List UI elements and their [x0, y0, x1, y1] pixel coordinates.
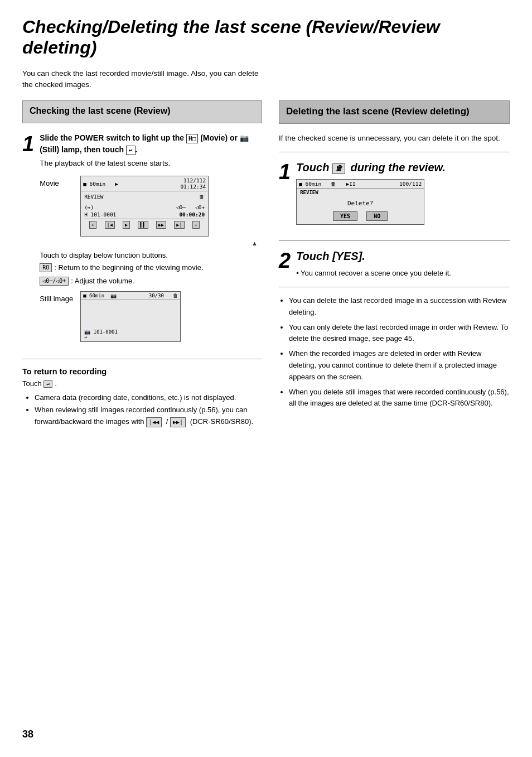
return-btn-inline: ↩ [43, 380, 52, 388]
step2-right-number: 2 [279, 249, 291, 271]
divider-right-2 [279, 240, 510, 241]
still-fileid: 📷 101-0001 [84, 329, 177, 335]
checking-section-box: Checking the last scene (Review) [22, 100, 262, 123]
movie-screen: ■ 60min ▶ 112/11201:12:34 REVIEW 🗑 (↔) ◁… [80, 176, 209, 237]
cam-btn-plus: + [192, 221, 200, 229]
cam-btn-fwd: ▶▶ [156, 221, 166, 229]
review-btns: YES NO [302, 211, 418, 221]
right-bullet-3: When the recorded images are deleted in … [289, 348, 510, 383]
step2-right-content: Touch [YES]. • You cannot recover a scen… [296, 249, 510, 279]
still-label: Still image [40, 291, 76, 303]
func1-text: : Return to the beginning of the viewing… [54, 263, 203, 273]
step2-right-title: Touch [YES]. [296, 249, 510, 263]
cam-btn-rew: |◀ [105, 221, 115, 229]
step1-right-content: Touch 🗑 during the review. ■ 60min 🗑 ▶II… [296, 160, 510, 233]
right-column: Deleting the last scene (Review deleting… [279, 100, 510, 413]
cam-movie-header-right: 112/11201:12:34 [180, 177, 206, 190]
deleting-section-title: Deleting the last scene (Review deleting… [286, 105, 502, 118]
cam-movie-header: ■ 60min ▶ 112/11201:12:34 [81, 176, 208, 191]
return-section-heading: To return to recording [22, 367, 262, 376]
step1-right: 1 Touch 🗑 during the review. ■ 60min 🗑 ▶… [279, 160, 510, 233]
still-header-left: ■ 60min 📷 [83, 293, 117, 298]
cam-btn-return: ↩ [89, 221, 96, 229]
cam-movie-fileid-label: H 101-0001 [84, 211, 116, 218]
review-body: Delete? YES NO [297, 196, 424, 224]
ro-btn: RO [40, 263, 52, 272]
page-title: Checking/Deleting the last scene (Review… [22, 17, 510, 58]
right-bullet-4: When you delete still images that were r… [289, 387, 510, 410]
intro-text: You can check the last recorded movie/st… [22, 68, 262, 91]
step1-left-number: 1 [22, 132, 34, 155]
still-screen: ■ 60min 📷 30/30 🗑 📷 101-0001 ↩ [80, 291, 181, 342]
divider-right-3 [279, 287, 510, 287]
func2-text: : Adjust the volume. [71, 276, 134, 286]
no-btn[interactable]: NO [366, 211, 388, 221]
yes-btn[interactable]: YES [333, 211, 357, 221]
movie-screen-container: Movie ■ 60min ▶ 112/11201:12:34 REVIEW 🗑 [40, 176, 262, 237]
step1-right-title: Touch 🗑 during the review. [296, 160, 510, 175]
divider-return [22, 359, 262, 359]
still-header: ■ 60min 📷 30/30 🗑 [81, 292, 180, 300]
cam-movie-review: REVIEW [84, 194, 103, 200]
step1-left-title: Slide the POWER switch to light up the H… [40, 132, 262, 156]
vol-btn: ◁0─/◁0+ [40, 277, 69, 286]
cam-movie-ctrl-right: ◁0─ ◁0+ [176, 204, 205, 210]
checking-section-title: Checking the last scene (Review) [30, 105, 255, 117]
cam-movie-fileid: H 101-0001 00:00:20 [84, 211, 205, 218]
still-header-right: 30/30 🗑 [149, 293, 178, 298]
still-return: ↩ [84, 335, 177, 340]
func-buttons: Touch to display below function buttons.… [40, 251, 262, 286]
step2-note: • You cannot recover a scene once you de… [296, 268, 510, 279]
trash-btn-inline: 🗑 [332, 163, 345, 174]
cam-movie-timecode: 00:00:20 [179, 211, 205, 218]
review-header-right: 100/112 [399, 181, 422, 187]
rew-btn-inline: |◀◀ [146, 417, 162, 427]
still-footer: 📷 101-0001 ↩ [81, 328, 180, 341]
cam-movie-footer: ↩ |◀ ▶ ▍▍ ▶▶ ▶| + [84, 219, 205, 230]
func-row-2: ◁0─/◁0+ : Adjust the volume. [40, 276, 262, 286]
return-touch-text: Touch ↩. [22, 379, 262, 388]
fwd-btn-inline: ▶▶| [170, 417, 186, 427]
return-bullet-1: Camera data (recording date, conditions,… [35, 392, 262, 404]
cam-movie-header-left: ■ 60min ▶ [83, 181, 118, 187]
cam-btn-pause: ▍▍ [138, 221, 148, 229]
divider-right-1 [279, 152, 510, 152]
step1-left-content: Slide the POWER switch to light up the H… [40, 132, 262, 351]
right-bullet-1: You can delete the last recorded image i… [289, 295, 510, 319]
delete-prompt: Delete? [302, 200, 418, 207]
review-header-left: ■ 60min 🗑 ▶II [299, 181, 356, 187]
deleting-section-box: Deleting the last scene (Review deleting… [279, 100, 510, 124]
left-column: Checking the last scene (Review) 1 Slide… [22, 100, 262, 429]
step1-left: 1 Slide the POWER switch to light up the… [22, 132, 262, 351]
touch-display-note: Touch to display below function buttons. [40, 251, 262, 259]
review-screen-header: ■ 60min 🗑 ▶II 100/112 [297, 180, 424, 189]
deleting-intro: If the checked scene is unnecessary, you… [279, 133, 510, 144]
cam-movie-row1: REVIEW 🗑 [84, 194, 205, 200]
right-bullets-list: You can delete the last recorded image i… [279, 295, 510, 409]
return-bullets: Camera data (recording date, conditions,… [22, 392, 262, 428]
still-body [81, 300, 180, 328]
cam-movie-body: REVIEW 🗑 (↔) ◁0─ ◁0+ H 101-0001 00:00:20 [81, 191, 208, 236]
still-screen-container: Still image ■ 60min 📷 30/30 🗑 📷 101-0001… [40, 291, 262, 342]
movie-label: Movie [40, 176, 76, 187]
cam-btn-end: ▶| [174, 221, 184, 229]
page-number: 38 [22, 729, 33, 740]
step1-right-number: 1 [279, 160, 291, 182]
playback-note: The playback of the latest scene starts. [40, 158, 262, 169]
review-screen: ■ 60min 🗑 ▶II 100/112 REVIEW Delete? YES… [296, 179, 424, 225]
cam-btn-play: ▶ [123, 221, 130, 229]
step2-right: 2 Touch [YES]. • You cannot recover a sc… [279, 249, 510, 279]
cam-movie-row2: (↔) ◁0─ ◁0+ [84, 204, 205, 210]
touch-arrow-indicator: ▲ [81, 240, 262, 247]
right-bullet-2: You can only delete the last recorded im… [289, 322, 510, 345]
return-bullet-2: When reviewing still images recorded con… [35, 404, 262, 428]
review-label: REVIEW [297, 189, 424, 196]
func-row-1: RO : Return to the beginning of the view… [40, 263, 262, 273]
cam-movie-trash: 🗑 [199, 194, 205, 200]
cam-movie-ctrl-left: (↔) [84, 204, 94, 210]
